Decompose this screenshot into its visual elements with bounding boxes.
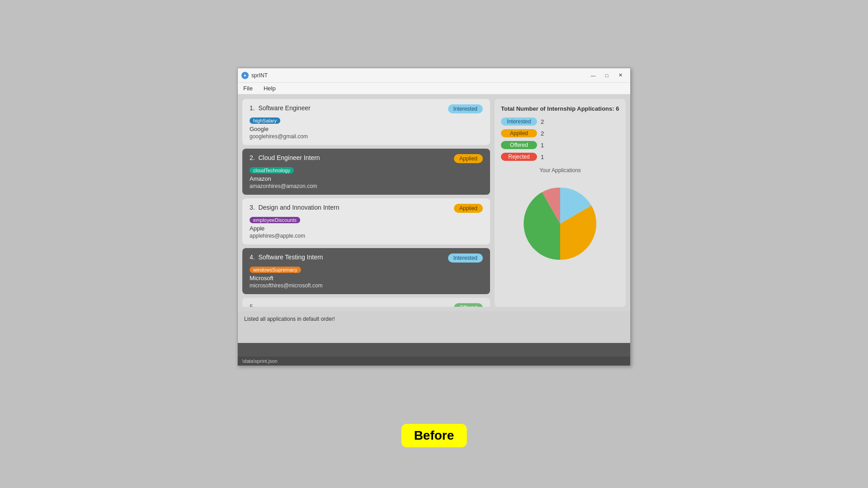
card-header-1: 1. Software Engineer Interested [250, 104, 483, 113]
before-label: Before [401, 424, 467, 447]
application-card-4[interactable]: 4. Software Testing Intern Interested wi… [242, 248, 490, 294]
status-badge-2: Applied [454, 154, 483, 163]
stat-badge-offered: Offered [501, 141, 537, 149]
command-input[interactable] [238, 343, 630, 357]
title-bar-left: ● sprINT [241, 72, 268, 79]
stat-row-offered: Offered 1 [501, 141, 619, 149]
card-email-1: googlehires@gmail.com [250, 133, 483, 140]
card-tag-2: cloudTechnology [250, 167, 294, 174]
application-card-5[interactable]: 5. Offered [242, 298, 490, 307]
stat-row-rejected: Rejected 1 [501, 153, 619, 161]
status-bar: Listed all applications in default order… [238, 311, 630, 343]
app-title: sprINT [251, 72, 268, 79]
maximize-button[interactable]: □ [600, 71, 613, 80]
menu-file[interactable]: File [238, 84, 258, 93]
status-badge-3: Applied [454, 204, 483, 213]
app-icon: ● [241, 72, 249, 79]
stat-count-offered: 1 [541, 142, 544, 149]
card-title-2: 2. Cloud Engineer Intern [250, 154, 320, 161]
stats-title: Total Number of Internship Applications:… [501, 105, 619, 112]
card-company-1: Google [250, 126, 483, 132]
application-card-1[interactable]: 1. Software Engineer Interested highSala… [242, 99, 490, 145]
close-button[interactable]: ✕ [614, 71, 627, 80]
card-header-2: 2. Cloud Engineer Intern Applied [250, 154, 483, 163]
stat-count-rejected: 1 [541, 154, 544, 160]
application-card-2[interactable]: 2. Cloud Engineer Intern Applied cloudTe… [242, 149, 490, 195]
minimize-button[interactable]: — [587, 71, 599, 80]
status-badge-1: Interested [448, 104, 483, 113]
main-window: ● sprINT — □ ✕ File Help 1. Software Eng… [237, 68, 631, 366]
chart-title: Your Applications [501, 167, 619, 174]
card-email-2: amazonhires@amazon.com [250, 183, 483, 189]
card-tag-4: windowsSupremacy [250, 267, 301, 273]
stat-count-interested: 2 [541, 118, 544, 125]
card-company-3: Apple [250, 225, 483, 232]
stat-badge-rejected: Rejected [501, 153, 537, 161]
file-path: \data\sprint.json [238, 357, 630, 366]
stat-badge-interested: Interested [501, 117, 537, 126]
pie-chart [510, 176, 610, 267]
menu-bar: File Help [238, 83, 630, 94]
main-content: 1. Software Engineer Interested highSala… [238, 94, 630, 311]
title-bar: ● sprINT — □ ✕ [238, 68, 630, 83]
stat-badge-applied: Applied [501, 129, 537, 137]
card-email-4: microsofthires@microsoft.com [250, 282, 483, 289]
window-controls: — □ ✕ [587, 71, 627, 80]
card-email-3: applehires@apple.com [250, 233, 483, 239]
status-badge-5: Offered [454, 303, 483, 307]
card-company-4: Microsoft [250, 275, 483, 282]
card-tag-3: employeeDiscounts [250, 217, 300, 223]
status-badge-4: Interested [448, 253, 483, 263]
stat-row-applied: Applied 2 [501, 129, 619, 137]
menu-help[interactable]: Help [258, 84, 281, 93]
card-tag-1: highSalary [250, 117, 280, 124]
card-title-1: 1. Software Engineer [250, 104, 311, 112]
card-company-2: Amazon [250, 175, 483, 182]
card-header-3: 3. Design and Innovation Intern Applied [250, 204, 483, 213]
card-title-3: 3. Design and Innovation Intern [250, 204, 339, 211]
status-message: Listed all applications in default order… [244, 316, 335, 322]
application-card-3[interactable]: 3. Design and Innovation Intern Applied … [242, 198, 490, 244]
application-list: 1. Software Engineer Interested highSala… [242, 99, 490, 307]
card-title-4: 4. Software Testing Intern [250, 253, 323, 261]
stat-row-interested: Interested 2 [501, 117, 619, 126]
stat-count-applied: 2 [541, 130, 544, 137]
pie-chart-container [501, 176, 619, 267]
card-header-5: 5. Offered [250, 303, 483, 307]
stats-panel: Total Number of Internship Applications:… [495, 99, 626, 307]
card-header-4: 4. Software Testing Intern Interested [250, 253, 483, 263]
card-title-5: 5. [250, 303, 255, 307]
